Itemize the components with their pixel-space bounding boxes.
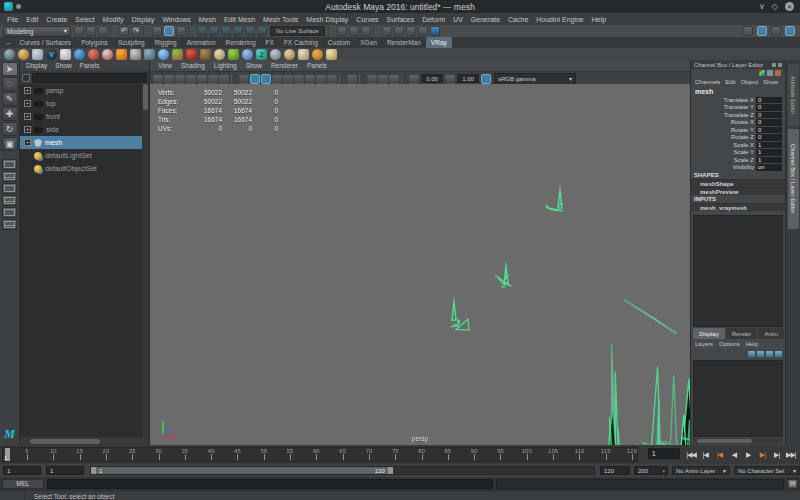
outliner-item-defaultobjectset[interactable]: defaultObjectSet bbox=[20, 162, 142, 175]
current-frame-field[interactable]: 1 bbox=[648, 448, 680, 459]
select-by-component-icon[interactable] bbox=[176, 26, 186, 36]
exposure-icon[interactable] bbox=[409, 74, 419, 84]
layer-tab-display[interactable]: Display bbox=[693, 328, 725, 339]
field-chart-icon[interactable] bbox=[367, 74, 377, 84]
vray-flower-icon[interactable] bbox=[242, 49, 253, 60]
vray-dome-light-icon[interactable] bbox=[284, 49, 295, 60]
range-slider-track[interactable]: 1 120 bbox=[90, 466, 595, 475]
snap-to-point-icon[interactable] bbox=[221, 26, 231, 36]
snap-to-view-plane-icon[interactable] bbox=[245, 26, 255, 36]
attribute-value-field[interactable]: on bbox=[756, 164, 782, 171]
panel-menu-view[interactable]: View bbox=[158, 62, 172, 69]
menu-mesh[interactable]: Mesh bbox=[195, 16, 220, 23]
layer-list[interactable] bbox=[693, 360, 783, 437]
playback-start-field[interactable]: 1 bbox=[46, 466, 84, 475]
select-by-hierarchy-icon[interactable] bbox=[152, 26, 162, 36]
menu-surfaces[interactable]: Surfaces bbox=[383, 16, 419, 23]
save-scene-icon[interactable] bbox=[98, 26, 108, 36]
depth-of-field-icon[interactable] bbox=[327, 74, 337, 84]
title-bar[interactable]: Autodesk Maya 2016: untitled* — mesh ∨◇✕ bbox=[0, 0, 800, 14]
camera-attributes-icon[interactable] bbox=[175, 74, 185, 84]
attribute-value-field[interactable]: 1 bbox=[756, 142, 782, 149]
menu-edit[interactable]: Edit bbox=[22, 16, 42, 23]
select-camera-icon[interactable] bbox=[153, 74, 163, 84]
attribute-value-field[interactable]: 0 bbox=[756, 112, 782, 119]
menu-mesh-display[interactable]: Mesh Display bbox=[302, 16, 352, 23]
range-end-handle[interactable] bbox=[388, 467, 393, 474]
menu-curves[interactable]: Curves bbox=[352, 16, 382, 23]
vray-heart-icon[interactable] bbox=[186, 49, 197, 60]
menu-cache[interactable]: Cache bbox=[504, 16, 532, 23]
vray-displacement-icon[interactable] bbox=[60, 49, 71, 60]
resolution-gate-icon[interactable] bbox=[378, 74, 388, 84]
wireframe-icon[interactable] bbox=[239, 74, 249, 84]
vray-plane-light-icon[interactable] bbox=[298, 49, 309, 60]
outliner-item-top[interactable]: +top bbox=[20, 97, 142, 110]
vray-flame-icon[interactable] bbox=[116, 49, 127, 60]
animation-end-field[interactable]: 200 ▾ bbox=[634, 466, 668, 475]
attribute-value-field[interactable]: 0 bbox=[756, 134, 782, 141]
time-slider-track[interactable]: 1 51015202530354045505560657075808590951… bbox=[2, 447, 638, 462]
undo-icon[interactable]: ↶ bbox=[119, 26, 129, 36]
image-plane-icon[interactable] bbox=[197, 74, 207, 84]
expander-icon[interactable]: + bbox=[24, 113, 31, 120]
toggle-modeling-toolkit-icon[interactable] bbox=[743, 26, 753, 36]
layer-toggle-visibility-icon[interactable] bbox=[748, 351, 755, 357]
attribute-value-field[interactable]: 1 bbox=[756, 149, 782, 156]
vray-sphere-orange-icon[interactable] bbox=[312, 49, 323, 60]
outliner-menu-panels[interactable]: Panels bbox=[80, 62, 100, 69]
color-space-dropdown[interactable]: sRGB gamma ▾ bbox=[494, 73, 576, 85]
menu-select[interactable]: Select bbox=[71, 16, 98, 23]
script-editor-icon[interactable]: ▤ bbox=[787, 479, 798, 489]
use-all-lights-icon[interactable] bbox=[272, 74, 282, 84]
edit-manip-icon[interactable] bbox=[775, 70, 781, 76]
ambient-occlusion-icon[interactable] bbox=[294, 74, 304, 84]
paint-select-tool[interactable]: ✎ bbox=[2, 92, 18, 106]
play-backwards-button[interactable]: ◀ bbox=[727, 451, 741, 459]
shelf-tab-rendering[interactable]: Rendering bbox=[221, 37, 261, 48]
shape-node-meshshape[interactable]: meshShape bbox=[691, 179, 785, 187]
vray-material-sphere-icon[interactable] bbox=[4, 49, 15, 60]
channel-box-object-name[interactable]: mesh bbox=[691, 86, 785, 96]
layer-tab-render[interactable]: Render bbox=[726, 328, 758, 339]
layer-tab-anim[interactable]: Anim bbox=[758, 328, 784, 339]
vray-spline-icon[interactable]: 2 bbox=[256, 49, 267, 60]
layout-preset-persp-uv-layout[interactable] bbox=[2, 219, 17, 230]
pin-icon[interactable] bbox=[16, 4, 21, 9]
menu-create[interactable]: Create bbox=[42, 16, 71, 23]
vray-wire-sphere-icon[interactable] bbox=[214, 49, 225, 60]
grease-pencil-icon[interactable] bbox=[219, 74, 229, 84]
go-to-start-button[interactable]: |◀◀ bbox=[684, 451, 698, 459]
shaded-icon[interactable] bbox=[250, 74, 260, 84]
layout-preset-single-pane-layout[interactable] bbox=[2, 159, 17, 170]
vray-globe-icon[interactable] bbox=[74, 49, 85, 60]
outliner-horizontal-scrollbar[interactable] bbox=[20, 437, 149, 445]
attribute-value-field[interactable]: 0 bbox=[756, 119, 782, 126]
attribute-value-field[interactable]: 0 bbox=[756, 127, 782, 134]
playback-range-bar[interactable]: 1 120 bbox=[91, 467, 393, 474]
character-set-dropdown[interactable]: No Character Set ▾ bbox=[734, 466, 800, 475]
attribute-value-field[interactable]: 1 bbox=[756, 157, 782, 164]
layout-preset-persp-outliner-layout[interactable] bbox=[2, 183, 17, 194]
outliner-filter-input[interactable] bbox=[32, 73, 147, 83]
shelf-tab-renderman[interactable]: RenderMan bbox=[382, 37, 426, 48]
vray-cone-light-icon[interactable] bbox=[326, 49, 337, 60]
manip-axis-icon[interactable] bbox=[759, 70, 765, 76]
menu-houdini-engine[interactable]: Houdini Engine bbox=[532, 16, 587, 23]
lasso-tool[interactable]: ◌ bbox=[2, 77, 18, 91]
select-tool[interactable]: ➤ bbox=[2, 62, 18, 76]
menu-windows[interactable]: Windows bbox=[158, 16, 194, 23]
outliner-menu-show[interactable]: Show bbox=[55, 62, 71, 69]
layout-preset-four-pane-layout[interactable] bbox=[2, 171, 17, 182]
bookmarks-icon[interactable] bbox=[186, 74, 196, 84]
outliner-item-side[interactable]: +side bbox=[20, 123, 142, 136]
vray-water-drop-icon[interactable] bbox=[158, 49, 169, 60]
create-empty-layer-icon[interactable] bbox=[766, 351, 773, 357]
vray-proxy-box-icon[interactable] bbox=[144, 49, 155, 60]
expander-icon[interactable]: + bbox=[24, 87, 31, 94]
menu-modify[interactable]: Modify bbox=[99, 16, 128, 23]
command-input[interactable] bbox=[47, 479, 493, 489]
vray-gold-sphere-icon[interactable] bbox=[18, 49, 29, 60]
vray-heatmap-icon[interactable] bbox=[172, 49, 183, 60]
outliner-item-persp[interactable]: +persp bbox=[20, 84, 142, 97]
